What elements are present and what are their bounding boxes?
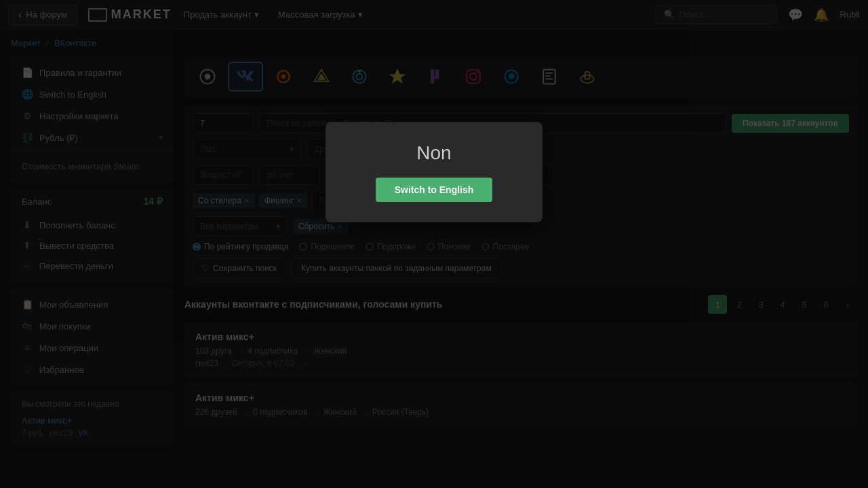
modal-overlay: Non Switch to English	[0, 0, 868, 488]
non-modal: Non Switch to English	[326, 122, 542, 222]
modal-text: Non	[353, 142, 515, 164]
switch-to-english-button[interactable]: Switch to English	[376, 178, 493, 202]
